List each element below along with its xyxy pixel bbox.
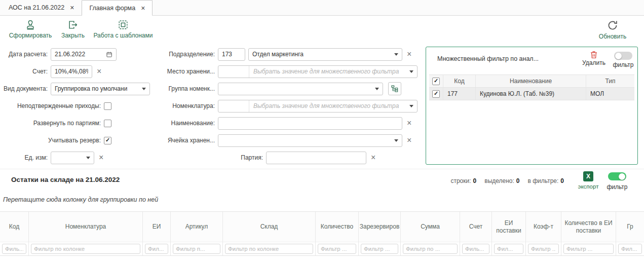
row-cell-code: 177 — [443, 88, 476, 100]
clear-icon[interactable]: × — [99, 154, 103, 162]
tree-icon — [391, 85, 399, 93]
column-filter-input[interactable] — [145, 244, 168, 254]
column-header[interactable]: Коэф-т — [526, 212, 561, 242]
nomenclature-group-label: Группа номенк... — [157, 85, 218, 92]
calc-date-field[interactable] — [51, 48, 117, 61]
delete-button-label: Удалить — [578, 59, 610, 66]
nomenclature-multiselect[interactable]: Выбрать значение для множественного филь… — [218, 100, 418, 113]
department-select[interactable]: Отдел маркетинга — [248, 48, 402, 61]
column-filter-input[interactable] — [528, 244, 559, 254]
results-title: Остатки на складе на 21.06.2022 — [11, 176, 120, 183]
column-quantity-supply-unit: Количество в ЕИ поставки — [561, 212, 616, 255]
column-header[interactable]: Номенклатура — [29, 212, 142, 242]
clear-icon[interactable]: × — [371, 154, 375, 162]
column-header[interactable]: Гр — [616, 212, 644, 242]
column-filter-cell — [223, 242, 315, 255]
analytics-filter-row[interactable]: 177 Кудинова Ю.Л. (Таб. №39) МОЛ — [429, 88, 634, 100]
tab-aoc[interactable]: АОС на 21.06.2022 × — [1, 0, 82, 15]
calendar-icon[interactable] — [106, 51, 112, 58]
clear-icon[interactable]: × — [407, 136, 411, 144]
column-filter-input[interactable] — [2, 244, 26, 254]
storage-cell-label: Ячейка хранен... — [157, 137, 218, 144]
clear-icon[interactable]: × — [97, 67, 101, 76]
unconfirmed-checkbox[interactable] — [104, 102, 111, 110]
tab-bar: АОС на 21.06.2022 × Главная форма × — [0, 0, 644, 16]
name-field[interactable] — [218, 117, 402, 130]
excel-icon: X — [583, 171, 593, 181]
column-filter-input[interactable] — [31, 244, 140, 254]
exit-icon — [67, 19, 79, 30]
templates-button-label: Работа с шаблонами — [94, 32, 153, 39]
column-filter-input[interactable] — [563, 244, 614, 254]
column-filter-input[interactable] — [494, 244, 523, 254]
group-by-drop-zone[interactable]: Перетащите сюда колонку для группировки … — [3, 196, 158, 203]
column-header[interactable]: Код — [0, 212, 28, 242]
delete-button[interactable]: Удалить — [578, 50, 610, 66]
unit-label: Ед. изм: — [0, 154, 51, 161]
column-header[interactable]: Количество в ЕИ поставки — [561, 212, 616, 242]
refresh-icon — [607, 19, 619, 31]
tab-aoc-label: АОС на 21.06.2022 — [9, 4, 64, 11]
row-cell-check[interactable] — [429, 88, 443, 100]
doc-type-select[interactable]: Группировка по умолчани — [51, 83, 150, 95]
account-row: Счет: × — [0, 63, 157, 80]
account-field[interactable] — [51, 65, 92, 78]
name-input[interactable] — [222, 120, 398, 127]
column-filter-input[interactable] — [618, 244, 642, 254]
column-filter-input[interactable] — [361, 244, 398, 254]
templates-button[interactable]: Работа с шаблонами — [90, 19, 156, 39]
tab-main-form[interactable]: Главная форма × — [82, 0, 153, 16]
nomenclature-group-select[interactable] — [218, 83, 383, 95]
column-filter-input[interactable] — [462, 244, 489, 254]
column-header[interactable]: Артикул — [171, 212, 222, 242]
unit-select[interactable] — [51, 152, 94, 164]
column-header[interactable]: Количество — [316, 212, 358, 242]
generate-button[interactable]: Сформировать — [6, 19, 55, 39]
reserve-checkbox[interactable] — [104, 137, 111, 144]
group-tree-button[interactable] — [388, 82, 401, 95]
select-all-checkbox[interactable] — [432, 78, 440, 85]
row-checkbox[interactable] — [432, 90, 440, 98]
column-header[interactable]: ЕИ — [143, 212, 170, 242]
column-filter-input[interactable] — [403, 244, 458, 254]
column-group: Гр — [616, 212, 644, 255]
column-header[interactable]: Зарезервиров — [359, 212, 400, 242]
results-filter-toggle[interactable] — [608, 172, 626, 180]
account-input[interactable] — [55, 68, 88, 75]
close-icon[interactable]: × — [141, 5, 145, 12]
header-cell-type[interactable]: Тип — [586, 75, 634, 87]
export-button[interactable]: X экспорт — [577, 171, 600, 190]
nomenclature-group-row: Группа номенк... — [157, 80, 426, 97]
storage-cell-select[interactable] — [218, 134, 402, 147]
storage-place-multiselect[interactable]: Выбрать значение для множественного филь… — [218, 65, 418, 78]
close-icon[interactable]: × — [70, 4, 74, 11]
header-cell-name[interactable]: Наименование — [476, 75, 586, 87]
expand-batches-checkbox[interactable] — [104, 120, 111, 127]
chevron-down-icon — [375, 88, 379, 90]
department-value: Отдел маркетинга — [252, 51, 304, 58]
column-header[interactable]: Счет — [460, 212, 491, 242]
trash-icon — [589, 50, 598, 59]
batch-input[interactable] — [270, 154, 362, 161]
batch-field[interactable] — [266, 152, 366, 164]
clear-icon[interactable]: × — [407, 50, 411, 58]
refresh-button[interactable]: Обновить — [594, 19, 631, 40]
department-code-input[interactable] — [222, 51, 241, 58]
header-cell-check[interactable] — [429, 75, 443, 87]
form-left-column: Дата расчета: Счет: × Вид документа: Гру… — [0, 46, 157, 166]
column-filter-cell — [561, 242, 616, 255]
column-filter-input[interactable] — [173, 244, 220, 254]
clear-icon[interactable]: × — [407, 119, 411, 127]
close-button[interactable]: Закрыть — [59, 19, 87, 39]
header-cell-code[interactable]: Код — [443, 75, 476, 87]
calc-date-input[interactable] — [55, 51, 106, 58]
column-header[interactable]: ЕИ поставки — [492, 212, 525, 242]
department-code-field[interactable] — [218, 48, 245, 61]
stamp-icon — [25, 19, 36, 30]
panel-filter-toggle[interactable] — [614, 52, 632, 60]
column-header[interactable]: Склад — [223, 212, 315, 242]
column-header[interactable]: Сумма — [401, 212, 460, 242]
column-filter-input[interactable] — [318, 244, 356, 254]
column-filter-cell — [616, 242, 644, 255]
column-filter-input[interactable] — [225, 244, 313, 254]
